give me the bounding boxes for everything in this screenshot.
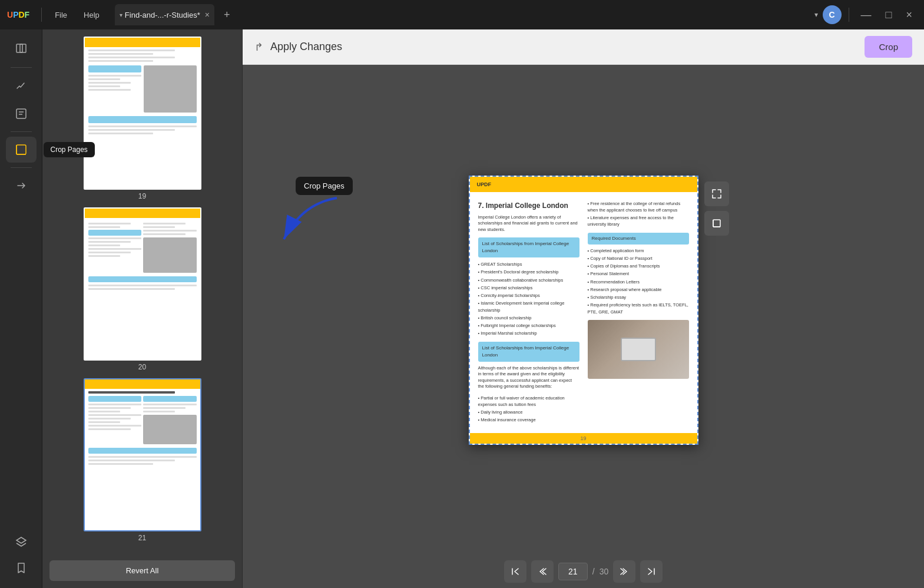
tab-close-button[interactable]: × — [205, 10, 210, 19]
pdf-body: 7. Imperial College London Imperial Coll… — [470, 192, 697, 433]
pdf-right-column: • Free residence at the college of renta… — [588, 200, 689, 425]
sidebar-divider-2 — [11, 131, 32, 132]
sidebar-item-bookmark[interactable] — [6, 555, 37, 581]
thumbnail-21[interactable]: 21 — [49, 378, 235, 542]
help-menu[interactable]: Help — [78, 8, 105, 22]
last-page-button[interactable] — [640, 560, 663, 583]
thumbnail-20-img — [84, 207, 201, 361]
pdf-page-number: 19 — [470, 433, 697, 444]
pdf-req-2: • Copy of National ID or Passport — [588, 255, 689, 262]
thumbnail-panel: 19 — [42, 29, 243, 588]
pdf-benefit-2: • Daily living allowance — [478, 409, 579, 415]
tab-dropdown-arrow[interactable]: ▾ — [120, 12, 122, 18]
title-controls: ▾ C — □ × — [814, 5, 917, 24]
title-bar: UPDF File Help ▾ Find-and-...-r-Studies*… — [0, 0, 924, 29]
pdf-req-1: • Completed application form — [588, 247, 689, 254]
sidebar-item-layers[interactable] — [6, 529, 37, 555]
sidebar-icons: Crop Pages — [0, 29, 42, 588]
next-page-button[interactable] — [613, 560, 635, 583]
thumbnail-20-number: 20 — [138, 363, 146, 371]
bottom-nav: / 30 — [243, 555, 924, 588]
pdf-scholarships-box: List of Scholarships from Imperial Colle… — [478, 237, 579, 257]
pdf-req-3: • Copies of Diplomas and Transcripts — [588, 263, 689, 269]
maximize-button[interactable]: □ — [881, 6, 897, 24]
revert-all-button[interactable]: Revert All — [49, 560, 235, 581]
page-separator: / — [592, 567, 595, 576]
thumbnail-19[interactable]: 19 — [49, 37, 235, 200]
app-logo: UPDF — [7, 10, 29, 19]
first-page-button[interactable] — [504, 560, 526, 583]
pdf-second-para: Although each of the above scholarships … — [478, 365, 579, 390]
pdf-scholarship-6: • Islamic Development bank imperial coll… — [478, 300, 579, 313]
sidebar-divider-1 — [11, 67, 32, 68]
sidebar-bottom — [6, 529, 37, 581]
page-view: Crop Pages UPDF — [243, 65, 924, 555]
pdf-right-benefit-2: • Literature expenses and free access to… — [588, 214, 689, 228]
crop-tool-button[interactable] — [704, 211, 729, 236]
thumbnail-19-img — [84, 37, 201, 190]
pdf-scholarship-3: • Commonwealth collaborative scholarship… — [478, 277, 579, 283]
pdf-req-8: • Required proficiency tests such as IEL… — [588, 302, 689, 315]
pdf-page: UPDF 7. Imperial College London Imperial… — [469, 176, 698, 445]
pdf-scholarship-9: • Imperial Marshal scholarship — [478, 330, 579, 336]
pdf-benefit-3: • Medical insurance coverage — [478, 417, 579, 423]
pdf-scholarship-4: • CSC imperial scholarships — [478, 285, 579, 291]
thumbnail-list: 19 — [42, 29, 242, 556]
toolbar: ↱ Apply Changes Crop — [243, 29, 924, 65]
pdf-scholarship-8: • Fulbright Imperial college scholarship… — [478, 322, 579, 329]
pdf-scholarship-2: • President's Doctoral degree scholarshi… — [478, 269, 579, 275]
pdf-scholarship-7: • British council scholarship — [478, 315, 579, 321]
page-number-input[interactable] — [558, 563, 588, 580]
main-layout: Crop Pages — [0, 29, 924, 588]
sidebar-item-crop[interactable]: Crop Pages — [6, 137, 37, 163]
pdf-scholarship-5: • Conicity-imperial Scholarships — [478, 292, 579, 299]
svg-rect-2 — [16, 109, 26, 118]
window-dropdown-arrow[interactable]: ▾ — [814, 11, 818, 19]
file-menu[interactable]: File — [49, 8, 73, 22]
svg-rect-5 — [16, 145, 26, 154]
close-button[interactable]: × — [901, 6, 917, 24]
avatar[interactable]: C — [823, 5, 842, 24]
tooltip-arrow-svg — [278, 186, 349, 257]
crop-pages-tooltip-box: Crop Pages — [296, 177, 353, 195]
tab-title: Find-and-...-r-Studies* — [125, 11, 200, 19]
pdf-req-7: • Scholarship essay — [588, 294, 689, 300]
prev-page-button[interactable] — [531, 560, 554, 583]
tooltip-overlay: Crop Pages — [296, 177, 353, 195]
pdf-page-container: UPDF 7. Imperial College London Imperial… — [469, 176, 698, 445]
tab-bar: ▾ Find-and-...-r-Studies* × — [115, 4, 214, 25]
svg-rect-1 — [20, 44, 26, 52]
fit-page-button[interactable] — [704, 181, 729, 206]
sidebar-item-edit[interactable] — [6, 101, 37, 127]
crop-button[interactable]: Crop — [865, 36, 912, 58]
pdf-req-4: • Personal Statement — [588, 270, 689, 277]
page-total: 30 — [600, 567, 609, 576]
thumbnail-21-img — [84, 378, 201, 531]
pdf-title: 7. Imperial College London — [478, 200, 579, 211]
new-tab-button[interactable]: + — [224, 9, 230, 21]
pdf-left-column: 7. Imperial College London Imperial Coll… — [478, 200, 579, 425]
svg-rect-0 — [16, 44, 22, 52]
pdf-benefit-1: • Partial or full waiver of academic edu… — [478, 395, 579, 408]
sidebar-item-annotate[interactable] — [6, 72, 37, 98]
pdf-required-docs-title: Required Documents — [588, 233, 689, 245]
apply-changes-icon: ↱ — [254, 41, 263, 54]
svg-rect-9 — [713, 220, 720, 227]
sidebar-item-read[interactable] — [6, 37, 37, 62]
minimize-button[interactable]: — — [856, 6, 876, 24]
pdf-req-5: • Recommendation Letters — [588, 279, 689, 285]
pdf-logo: UPDF — [477, 181, 492, 187]
sidebar-item-convert[interactable] — [6, 173, 37, 199]
sidebar-divider-3 — [11, 167, 32, 168]
thumbnail-21-number: 21 — [138, 534, 146, 542]
pdf-req-6: • Research proposal where applicable — [588, 286, 689, 293]
thumbnail-19-number: 19 — [138, 192, 146, 200]
pdf-scholarship-1: • GREAT Scholarships — [478, 261, 579, 267]
pdf-second-scholarships-box: List of Scholarships from Imperial Colle… — [478, 342, 579, 362]
pdf-page-header: UPDF — [470, 177, 697, 192]
pdf-right-benefit-1: • Free residence at the college of renta… — [588, 200, 689, 214]
thumbnail-20[interactable]: 20 — [49, 207, 235, 371]
pdf-intro: Imperial College London offers a variety… — [478, 214, 579, 233]
pdf-image — [588, 320, 689, 379]
side-tools — [704, 181, 729, 236]
